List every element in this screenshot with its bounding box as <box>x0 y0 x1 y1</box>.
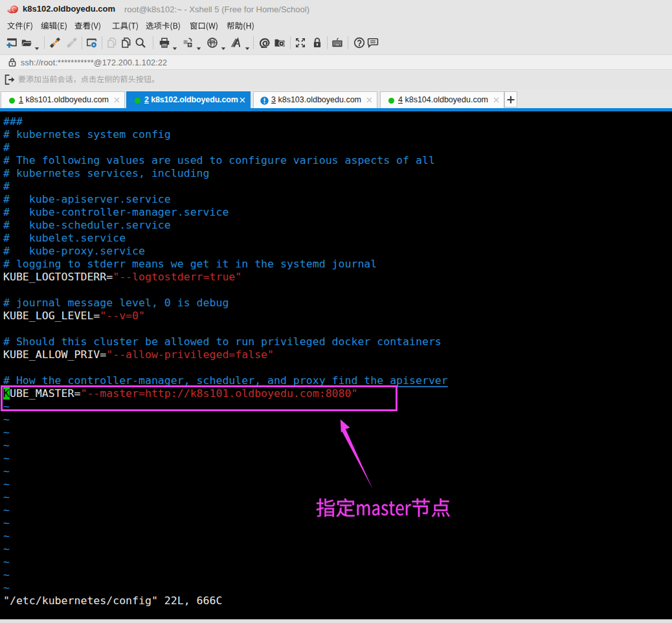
tab-label: 3 k8s103.oldboyedu.com <box>271 95 361 104</box>
notice-text-label: 要添加当前会话，点击左侧的箭头按钮。 <box>160 74 161 74</box>
terminal-line: # kubelet.service <box>3 232 448 245</box>
tab-host: k8s104.oldboyedu.com <box>405 95 488 104</box>
print-dropdown-caret[interactable] <box>172 41 177 45</box>
tile-layout-button[interactable] <box>182 37 194 49</box>
tab-k8s101[interactable]: 1 k8s101.oldboyedu.com <box>1 91 125 108</box>
terminal-segment: KUBE_ALLOW_PRIV= <box>3 348 106 361</box>
menu-item-tabs[interactable]: 选项卡(B) <box>146 20 181 32</box>
toolbar-separator <box>348 36 348 49</box>
tab-bar: 1 k8s101.oldboyedu.com 2 k8s102.oldboyed… <box>0 89 672 108</box>
terminal-line: ~ <box>3 452 448 465</box>
terminal-line: KUBE_LOG_LEVEL="--v=0" <box>3 310 448 323</box>
menu-bar: 文件(F) 编辑(E) 查看(V) 工具(T) 选项卡(B) 窗口(W) 帮助(… <box>0 18 672 32</box>
lock-screen-button[interactable] <box>311 37 323 49</box>
terminal-line: ~ <box>3 569 448 582</box>
feedback-button[interactable] <box>367 37 379 49</box>
terminal-segment: ~ <box>3 491 10 503</box>
toolbar-separator <box>327 36 328 49</box>
terminal-line: # kube-apiserver.service <box>3 193 448 206</box>
tab-k8s104[interactable]: 4 k8s104.oldboyedu.com <box>380 91 504 108</box>
toolbar <box>0 32 672 54</box>
help-button[interactable] <box>353 37 365 49</box>
tab-label: 2 k8s102.oldboyedu.com <box>144 95 238 104</box>
terminal-segment: KUBE_LOGTOSTDERR= <box>3 271 113 283</box>
copy-button[interactable] <box>106 37 118 49</box>
open-dropdown-caret[interactable] <box>34 41 39 45</box>
terminal-line: "/etc/kubernetes/config" 22L, 666C <box>3 595 448 607</box>
terminal-line: ~ <box>3 413 448 426</box>
title-bar: k8s102.oldboyedu.com root@k8s102:~ - Xsh… <box>0 0 672 18</box>
web-dropdown-caret[interactable] <box>221 41 226 45</box>
terminal-segment: ~ <box>3 517 10 529</box>
menu-item-tools[interactable]: 工具(T) <box>112 20 139 32</box>
terminal-segment: ~ <box>3 569 10 581</box>
paste-button[interactable] <box>120 37 132 49</box>
menu-item-window[interactable]: 窗口(W) <box>190 20 218 32</box>
tab-k8s103[interactable]: 3 k8s103.oldboyedu.com <box>253 91 377 108</box>
tab-number: 4 <box>398 95 403 104</box>
tab-connected-dot <box>9 98 15 104</box>
print-button[interactable] <box>159 37 170 49</box>
new-tab-button[interactable] <box>504 91 517 108</box>
terminal-segment: ~ <box>3 582 10 594</box>
terminal-text: #### kubernetes system config## The foll… <box>3 115 448 607</box>
tab-close-icon[interactable] <box>366 97 372 103</box>
tab-close-icon[interactable] <box>114 97 120 103</box>
terminal-segment: # kube-apiserver.service <box>3 193 171 205</box>
xshell-window: k8s102.oldboyedu.com root@k8s102:~ - Xsh… <box>0 0 672 623</box>
zmodem-snail-button[interactable] <box>259 37 271 49</box>
address-bar[interactable]: ssh://root:***********@172.200.1.102:22 <box>0 54 672 70</box>
open-session-button[interactable] <box>21 37 32 49</box>
terminal-segment: "--allow-privileged=false" <box>106 348 274 361</box>
tab-connected-dot <box>388 98 394 104</box>
terminal-line: # <box>3 141 448 154</box>
terminal-line: # kubernetes services, including <box>3 167 448 180</box>
terminal-line: ~ <box>3 439 448 452</box>
layout-dropdown-caret[interactable] <box>196 41 201 45</box>
menu-item-file[interactable]: 文件(F) <box>7 20 33 32</box>
find-button[interactable] <box>135 37 146 49</box>
font-button[interactable] <box>230 37 242 49</box>
menu-item-help[interactable]: 帮助(H) <box>227 20 254 32</box>
terminal-segment: # <box>3 180 10 192</box>
tab-close-icon[interactable] <box>493 97 499 103</box>
fullscreen-button[interactable] <box>295 37 306 49</box>
new-session-button[interactable] <box>5 37 17 49</box>
terminal-line: # logging to stderr means we get it in t… <box>3 258 448 271</box>
connect-button[interactable] <box>49 37 61 49</box>
annotation-label: 指定master节点 <box>315 494 451 525</box>
terminal-segment: # journal message level, 0 is debug <box>3 297 229 309</box>
terminal-segment: "--logtostderr=true" <box>113 271 241 283</box>
annotation-arrow <box>327 414 379 492</box>
terminal-segment: ~ <box>3 556 10 568</box>
terminal-segment: ~ <box>3 413 10 425</box>
tab-number: 2 <box>144 95 149 104</box>
menu-item-view[interactable]: 查看(V) <box>74 20 101 32</box>
toolbar-separator <box>253 36 254 49</box>
terminal-line <box>3 361 448 374</box>
terminal-segment: # <box>3 141 10 153</box>
session-properties-button[interactable] <box>86 37 98 49</box>
tab-number: 3 <box>271 95 276 104</box>
menu-item-edit[interactable]: 编辑(E) <box>41 20 67 32</box>
xshell-logo-icon <box>6 3 18 15</box>
disconnect-button[interactable] <box>66 37 78 49</box>
terminal-screen[interactable]: #### kubernetes system config## The foll… <box>0 111 672 619</box>
notice-bar: 要添加当前会话，点击左侧的箭头按钮。 <box>0 71 672 89</box>
terminal-line: ~ <box>3 556 448 569</box>
tab-k8s102-active[interactable]: 2 k8s102.oldboyedu.com <box>126 91 251 108</box>
terminal-segment: # kube-scheduler.service <box>3 219 171 231</box>
zmodem-folder-button[interactable] <box>274 37 286 49</box>
session-url: ssh://root:***********@172.200.1.102:22 <box>21 58 167 67</box>
terminal-segment: ### <box>3 115 23 128</box>
terminal-segment: ~ <box>3 530 10 542</box>
virtual-keyboard-button[interactable] <box>331 37 343 49</box>
terminal-segment: # kubernetes services, including <box>3 167 210 179</box>
web-button[interactable] <box>207 37 218 49</box>
add-session-icon[interactable] <box>4 74 16 85</box>
terminal-line: # journal message level, 0 is debug <box>3 297 448 310</box>
terminal-segment: ~ <box>3 439 10 451</box>
terminal-line <box>3 323 448 335</box>
font-dropdown-caret[interactable] <box>245 41 250 45</box>
tab-close-icon[interactable] <box>240 97 245 103</box>
